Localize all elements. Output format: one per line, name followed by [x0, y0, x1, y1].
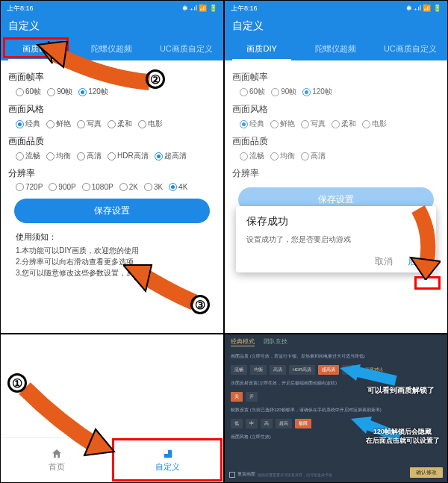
tab-bar: 画质DIY 陀螺仪超频 UC画质自定义: [1, 37, 223, 60]
notes-title: 使用须知：: [16, 231, 208, 243]
radio-movie[interactable]: 电影: [138, 119, 163, 129]
svg-marker-6: [340, 364, 361, 381]
annotation-quality-unlocked: 可以看到画质解锁了: [367, 385, 435, 396]
radio-photo[interactable]: 写真: [77, 119, 102, 129]
game-settings-screen: 经典模式 团队竞技 画面品质 (立即生效，若运行卡顿、发热量和耗电量过大可适当降…: [224, 334, 448, 483]
save-button[interactable]: 保存设置: [14, 199, 210, 223]
game-opt-hdr[interactable]: HDR高清: [289, 365, 315, 375]
game-fps-limit[interactable]: 极限: [295, 419, 311, 429]
step-2-badge: ②: [146, 69, 165, 89]
game-reset[interactable]: 重置画面 画面设置重置后可恢复保存，但可能造成卡顿: [229, 471, 332, 478]
step-1-badge: ①: [7, 373, 27, 393]
game-opt-smooth[interactable]: 流畅: [231, 365, 247, 375]
tab-diy[interactable]: 画质DIY: [1, 37, 75, 60]
game-confirm-button[interactable]: 确认修改: [410, 467, 443, 478]
game-quality-row: 流畅 均衡 高清 HDR高清 超高清 极清 画质对比: [225, 364, 447, 376]
status-icons-2: ✱ ₊ıl 📶 🔋: [406, 4, 441, 12]
page-title-2: 自定义: [225, 16, 447, 37]
bottom-nav-screen: 首页 自定义: [0, 334, 224, 483]
screen-right: 上午8:16 ✱ ₊ıl 📶 🔋 自定义 画质DIY 陀螺仪超频 UC画质自定义…: [224, 0, 448, 334]
radio-2k[interactable]: 2K: [119, 183, 138, 191]
game-tab-team[interactable]: 团队竞技: [264, 337, 287, 346]
tab-diy-2[interactable]: 画质DIY: [225, 37, 299, 60]
game-fps-high[interactable]: 高: [261, 419, 273, 429]
home-icon: [51, 448, 63, 460]
game-opt-on[interactable]: 开: [246, 392, 258, 402]
radio-vivid[interactable]: 鲜艳: [46, 119, 71, 129]
status-bar-2: 上午8:16 ✱ ₊ıl 📶 🔋: [225, 1, 447, 16]
page-title: 自定义: [1, 16, 223, 37]
game-opt-ultra[interactable]: 超高清: [318, 365, 339, 375]
radio-900[interactable]: 900P: [49, 183, 75, 191]
radio-720[interactable]: 720P: [16, 183, 43, 191]
step-3-badge: ③: [190, 295, 210, 314]
dialog-message: 设置成功了，您是否要启动游戏: [246, 234, 426, 245]
status-time-2: 上午8:16: [231, 4, 258, 13]
radio-hd[interactable]: 高清: [77, 151, 102, 161]
note-line-2: 2.分辨率可以向右滑动查看更多选项: [16, 256, 208, 267]
game-fps-low[interactable]: 低: [231, 419, 243, 429]
radio-smooth[interactable]: 流畅: [16, 151, 40, 161]
nav-custom[interactable]: 自定义: [112, 438, 223, 482]
status-time: 上午8:16: [7, 4, 34, 13]
style-title: 画面风格: [8, 103, 216, 116]
framerate-options: 60帧 90帧 120帧: [8, 87, 216, 97]
resolution-title: 分辨率: [8, 167, 216, 180]
svg-marker-7: [351, 417, 372, 434]
radio-classic[interactable]: 经典: [16, 119, 40, 129]
radio-60[interactable]: 60帧: [16, 87, 41, 97]
status-bar: 上午8:16 ✱ ₊ıl 📶 🔋: [1, 1, 223, 16]
settings-content: 画面帧率 60帧 90帧 120帧 画面风格 经典 鲜艳 写真 柔和 电影 画面…: [1, 60, 223, 284]
tab-bar-2: 画质DIY 陀螺仪超频 UC画质自定义: [225, 37, 447, 60]
radio-120[interactable]: 120帧: [78, 87, 108, 97]
tab-uc[interactable]: UC画质自定义: [149, 37, 223, 60]
blue-arrow-quality: [340, 364, 399, 387]
framerate-title: 画面帧率: [8, 71, 216, 84]
style-options: 经典 鲜艳 写真 柔和 电影: [8, 119, 216, 129]
launch-button[interactable]: 启动: [408, 255, 426, 268]
screen-left: 上午8:16 ✱ ₊ıl 📶 🔋 自定义 画质DIY 陀螺仪超频 UC画质自定义…: [0, 0, 224, 334]
quality-options: 流畅 均衡 高清 HDR高清 超高清: [8, 151, 216, 161]
radio-1080[interactable]: 1080P: [82, 183, 113, 191]
quality-title: 画面品质: [8, 135, 216, 148]
custom-icon: [162, 448, 174, 460]
radio-balanced[interactable]: 均衡: [46, 151, 71, 161]
radio-hdr[interactable]: HDR高清: [108, 151, 149, 161]
game-tab-classic[interactable]: 经典模式: [231, 337, 255, 346]
radio-3k[interactable]: 3K: [144, 183, 163, 191]
annotation-fps-hidden-2: 在后面点击就可以设置了: [366, 436, 440, 446]
note-line-1: 1.本功能可以DIY画质，欢迎您的使用: [16, 245, 208, 256]
game-opt-balanced[interactable]: 均衡: [250, 365, 267, 375]
cancel-button[interactable]: 取消: [375, 255, 393, 268]
tab-gyro[interactable]: 陀螺仪超频: [75, 37, 149, 60]
usage-notes: 使用须知： 1.本功能可以DIY画质，欢迎您的使用 2.分辨率可以向右滑动查看更…: [8, 231, 216, 278]
tab-uc-2[interactable]: UC画质自定义: [373, 37, 447, 60]
tab-gyro-2[interactable]: 陀螺仪超频: [299, 37, 373, 60]
status-icons: ✱ ₊ıl 📶 🔋: [182, 4, 217, 12]
game-fps-mid[interactable]: 中: [246, 419, 258, 429]
reset-icon: [229, 472, 235, 478]
game-opt-hd[interactable]: 高清: [270, 365, 286, 375]
radio-ultra[interactable]: 超高清: [155, 151, 187, 161]
nav-home[interactable]: 首页: [1, 438, 112, 482]
radio-soft[interactable]: 柔和: [108, 119, 132, 129]
svg-rect-1: [164, 450, 167, 454]
resolution-options: 720P 900P 1080P 2K 3K 4K: [8, 183, 216, 191]
success-dialog: 保存成功 设置成功了，您是否要启动游戏 取消 启动: [236, 206, 436, 272]
radio-4k[interactable]: 4K: [169, 183, 187, 191]
note-line-3: 3.您可以随意修改这些参数设置，从而找: [16, 267, 208, 278]
radio-90[interactable]: 90帧: [47, 87, 72, 97]
game-fps-superhigh[interactable]: 超高: [276, 419, 292, 429]
dialog-title: 保存成功: [246, 215, 426, 228]
game-opt-off[interactable]: 关: [231, 392, 243, 402]
